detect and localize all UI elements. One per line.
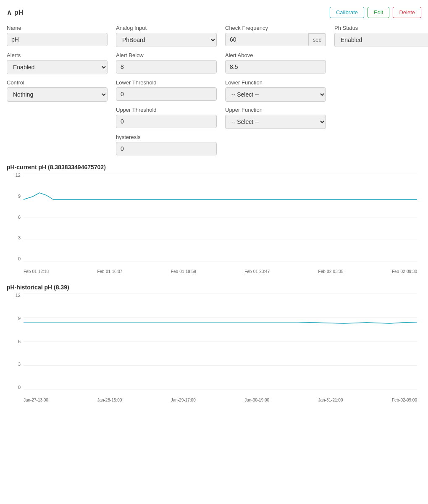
x-label-4: Feb-01-23:47 — [244, 269, 270, 274]
hy-label-0: 0 — [18, 385, 21, 390]
upper-threshold-label: Upper Threshold — [116, 107, 217, 113]
alerts-select[interactable]: Enabled — [7, 60, 108, 74]
analog-input-group: Analog Input PhBoard — [116, 25, 217, 47]
alert-above-label: Alert Above — [225, 52, 326, 58]
current-x-axis: Feb-01-12:18 Feb-01-16:07 Feb-01-19:59 F… — [24, 262, 417, 274]
collapse-icon[interactable]: ∧ — [7, 8, 12, 16]
lower-function-label: Lower Function — [225, 79, 326, 86]
historical-x-axis: Jan-27-13:00 Jan-28-15:00 Jan-29-17:00 J… — [24, 391, 417, 402]
historical-chart-container: 12 9 6 3 0 Jan-27-13:00 Jan-28-15:00 Jan… — [7, 293, 421, 402]
current-chart-container: 12 9 6 3 0 Feb-01-12:18 Feb-01-16:07 Feb… — [7, 173, 421, 274]
hx-label-3: Jan-29-17:00 — [171, 398, 196, 402]
edit-button[interactable]: Edit — [368, 7, 389, 18]
lower-threshold-group: Lower Threshold — [116, 79, 217, 102]
check-frequency-input-wrapper: sec — [225, 33, 326, 46]
alert-below-group: Alert Below — [116, 52, 217, 74]
historical-y-axis: 12 9 6 3 0 — [7, 293, 23, 390]
y-label-0: 0 — [18, 257, 21, 261]
x-label-5: Feb-02-03:35 — [318, 269, 344, 274]
current-y-axis: 12 9 6 3 0 — [7, 173, 23, 261]
hy-label-12: 12 — [16, 293, 21, 298]
delete-button[interactable]: Delete — [393, 7, 421, 18]
hysteresis-group: hysteresis — [116, 134, 217, 155]
analog-input-select[interactable]: PhBoard — [116, 33, 217, 47]
current-chart-svg — [24, 173, 417, 261]
hx-label-4: Jan-30-19:00 — [244, 398, 269, 402]
upper-function-group: Upper Function -- Select -- — [225, 107, 326, 129]
section-title: ∧ pH — [7, 8, 23, 16]
y-label-3: 3 — [18, 236, 21, 240]
lower-threshold-label: Lower Threshold — [116, 79, 217, 86]
hx-label-6: Feb-02-09:00 — [392, 398, 417, 402]
lower-function-select[interactable]: -- Select -- — [225, 87, 326, 102]
x-label-2: Feb-01-16:07 — [97, 269, 122, 274]
historical-chart-svg — [24, 293, 417, 390]
hysteresis-input[interactable] — [116, 142, 217, 155]
hx-label-5: Jan-31-21:00 — [318, 398, 343, 402]
upper-function-select[interactable]: -- Select -- — [225, 115, 326, 129]
hx-label-2: Jan-28-15:00 — [97, 398, 122, 402]
page-title: pH — [14, 9, 23, 16]
control-label: Control — [7, 79, 108, 86]
hy-label-3: 3 — [18, 362, 21, 367]
check-frequency-unit: sec — [309, 33, 326, 46]
upper-threshold-input[interactable] — [116, 115, 217, 128]
alert-above-group: Alert Above — [225, 52, 326, 74]
x-label-1: Feb-01-12:18 — [24, 269, 49, 274]
name-input[interactable] — [7, 33, 108, 46]
hy-label-9: 9 — [18, 316, 21, 321]
y-label-12: 12 — [16, 173, 21, 178]
hy-label-6: 6 — [18, 339, 21, 344]
historical-chart-section: pH-historical pH (8.39) 12 9 6 3 0 Jan-2… — [7, 284, 421, 402]
control-group: Control Nothing — [7, 79, 108, 102]
calibrate-button[interactable]: Calibrate — [330, 7, 364, 18]
alert-below-input[interactable] — [116, 60, 217, 74]
lower-threshold-input[interactable] — [116, 87, 217, 101]
ph-status-label: Ph Status — [334, 25, 428, 31]
lower-function-group: Lower Function -- Select -- — [225, 79, 326, 102]
name-label: Name — [7, 25, 108, 31]
alert-above-input[interactable] — [225, 60, 326, 74]
check-frequency-group: Check Frequency sec — [225, 25, 326, 47]
ph-status-group: Ph Status Enabled — [334, 25, 428, 47]
header-buttons: Calibrate Edit Delete — [330, 7, 421, 18]
y-label-6: 6 — [18, 215, 21, 220]
alerts-group: Alerts Enabled — [7, 52, 108, 74]
upper-threshold-group: Upper Threshold — [116, 107, 217, 129]
y-label-9: 9 — [18, 194, 21, 199]
hysteresis-label: hysteresis — [116, 134, 217, 140]
current-chart-title: pH-current pH (8.383833494675702) — [7, 164, 421, 171]
analog-input-label: Analog Input — [116, 25, 217, 31]
section-header: ∧ pH Calibrate Edit Delete — [7, 7, 421, 18]
alerts-label: Alerts — [7, 52, 108, 58]
name-group: Name — [7, 25, 108, 47]
control-select[interactable]: Nothing — [7, 87, 108, 102]
x-label-3: Feb-01-19:59 — [171, 269, 196, 274]
hx-label-1: Jan-27-13:00 — [24, 398, 48, 402]
upper-function-label: Upper Function — [225, 107, 326, 113]
x-label-6: Feb-02-09:30 — [392, 269, 417, 274]
ph-status-select[interactable]: Enabled — [334, 33, 428, 47]
form-grid: Name Analog Input PhBoard Check Frequenc… — [7, 25, 421, 155]
check-frequency-input[interactable] — [225, 33, 309, 46]
current-chart-section: pH-current pH (8.383833494675702) 12 9 6… — [7, 164, 421, 274]
check-frequency-label: Check Frequency — [225, 25, 326, 31]
historical-chart-title: pH-historical pH (8.39) — [7, 284, 421, 291]
alert-below-label: Alert Below — [116, 52, 217, 58]
